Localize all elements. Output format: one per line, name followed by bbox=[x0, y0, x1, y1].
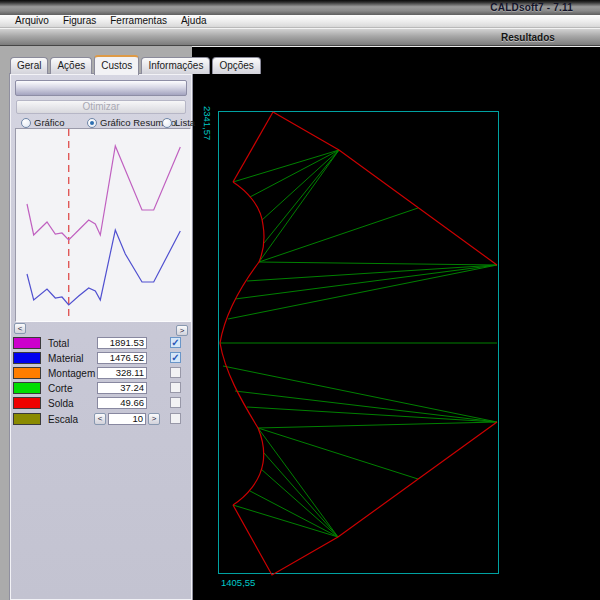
optimize-button[interactable]: Otimizar bbox=[16, 100, 186, 114]
legend-label: Montagem bbox=[48, 368, 95, 379]
color-swatch bbox=[13, 352, 41, 364]
sidebar-tabstrip: GeralAçõesCustosInformaçõesOpções bbox=[10, 56, 263, 74]
color-swatch bbox=[13, 397, 41, 409]
radio-option-gr-fico[interactable]: Gráfico bbox=[21, 117, 65, 128]
legend-row-montagem: Montagem328.11✓ bbox=[11, 366, 193, 381]
window-title: CALDsoft7 - 7.11 bbox=[490, 2, 573, 13]
cost-value-field: 49.66 bbox=[97, 397, 147, 409]
development-outline bbox=[233, 422, 497, 575]
series-material bbox=[27, 230, 180, 305]
tab-opcoes[interactable]: Opções bbox=[212, 57, 260, 74]
legend-label: Escala bbox=[48, 414, 78, 425]
series-total bbox=[27, 146, 180, 240]
tab-custos[interactable]: Custos bbox=[94, 55, 139, 75]
drawing-canvas[interactable]: 2341,571405,55 bbox=[192, 46, 600, 600]
visibility-checkbox[interactable]: ✓ bbox=[170, 382, 181, 393]
menu-item-ajuda[interactable]: Ajuda bbox=[174, 15, 214, 27]
menu-item-ferramentas[interactable]: Ferramentas bbox=[103, 15, 174, 27]
radio-label: Lista bbox=[175, 117, 195, 128]
legend-label: Total bbox=[48, 338, 69, 349]
radio-label: Gráfico bbox=[34, 117, 65, 128]
check-icon: ✓ bbox=[171, 353, 180, 362]
color-swatch bbox=[13, 337, 41, 349]
tab-informacoes[interactable]: Informações bbox=[141, 57, 210, 74]
color-swatch bbox=[13, 382, 41, 394]
generatrix-line bbox=[264, 453, 338, 537]
costs-header-bar bbox=[15, 80, 187, 96]
cost-value-field: 1891.53 bbox=[97, 337, 147, 349]
legend-label: Solda bbox=[48, 398, 74, 409]
generatrix-line bbox=[258, 428, 338, 537]
legend-row-total: Total1891.53✓ bbox=[11, 336, 193, 351]
visibility-checkbox[interactable]: ✓ bbox=[170, 337, 181, 348]
development-outline bbox=[233, 182, 264, 262]
plate-width-label: 1405,55 bbox=[221, 577, 255, 588]
legend-row-solda: Solda49.66✓ bbox=[11, 396, 193, 411]
visibility-checkbox[interactable]: ✓ bbox=[170, 352, 181, 363]
generatrix-line bbox=[258, 428, 418, 479]
legend-label: Material bbox=[48, 353, 84, 364]
generatrix-line bbox=[264, 150, 339, 243]
menu-item-figuras[interactable]: Figuras bbox=[56, 15, 103, 27]
tab-acoes[interactable]: Ações bbox=[50, 57, 92, 74]
legend-row-escala: Escala<10>✓ bbox=[11, 412, 193, 427]
generatrix-line bbox=[259, 150, 339, 262]
legend-row-material: Material1476.52✓ bbox=[11, 351, 193, 366]
visibility-checkbox[interactable]: ✓ bbox=[170, 397, 181, 408]
radio-icon bbox=[162, 118, 172, 128]
cost-chart-panel bbox=[15, 128, 191, 322]
chart-scroll-right-button[interactable]: > bbox=[176, 325, 188, 336]
results-label: Resultados bbox=[501, 32, 555, 43]
scale-value-field[interactable]: 10 bbox=[108, 413, 146, 425]
generatrix-line bbox=[235, 265, 497, 299]
costs-sidebar-panel: Otimizar GráficoGráfico ResumidoLista < … bbox=[10, 74, 192, 600]
radio-icon bbox=[87, 118, 97, 128]
radio-icon bbox=[21, 118, 31, 128]
generatrix-line bbox=[228, 265, 497, 319]
legend-row-corte: Corte37.24✓ bbox=[11, 381, 193, 396]
title-bar: CALDsoft7 - 7.11 bbox=[0, 0, 600, 15]
menu-bar: ArquivoFigurasFerramentasAjuda bbox=[0, 15, 600, 28]
legend-label: Corte bbox=[48, 383, 72, 394]
cost-value-field: 328.11 bbox=[97, 367, 147, 379]
workspace: GeralAçõesCustosInformaçõesOpções Otimiz… bbox=[0, 46, 600, 600]
generatrix-line bbox=[259, 208, 418, 262]
menu-item-arquivo[interactable]: Arquivo bbox=[8, 15, 56, 27]
check-icon: ✓ bbox=[171, 338, 180, 347]
visibility-checkbox[interactable]: ✓ bbox=[170, 367, 181, 378]
visibility-checkbox[interactable]: ✓ bbox=[170, 413, 181, 424]
generatrix-line bbox=[258, 422, 497, 428]
plate-drawing: 2341,571405,55 bbox=[192, 47, 600, 600]
chart-scroll-left-button[interactable]: < bbox=[14, 323, 26, 334]
development-outline bbox=[220, 343, 258, 428]
cost-value-field: 37.24 bbox=[97, 382, 147, 394]
development-outline bbox=[233, 428, 264, 505]
development-outline bbox=[220, 262, 259, 343]
results-toolbar: Resultados bbox=[0, 28, 600, 46]
color-swatch bbox=[13, 367, 41, 379]
development-outline bbox=[273, 112, 497, 265]
plate-height-label: 2341,57 bbox=[202, 106, 213, 140]
cost-chart bbox=[16, 129, 190, 321]
generatrix-line bbox=[259, 262, 497, 265]
radio-option-lista[interactable]: Lista bbox=[162, 117, 195, 128]
cost-value-field: 1476.52 bbox=[97, 352, 147, 364]
color-swatch bbox=[13, 413, 41, 425]
scale-decrement-button[interactable]: < bbox=[94, 413, 106, 425]
tab-geral[interactable]: Geral bbox=[10, 57, 48, 74]
scale-increment-button[interactable]: > bbox=[148, 413, 160, 425]
